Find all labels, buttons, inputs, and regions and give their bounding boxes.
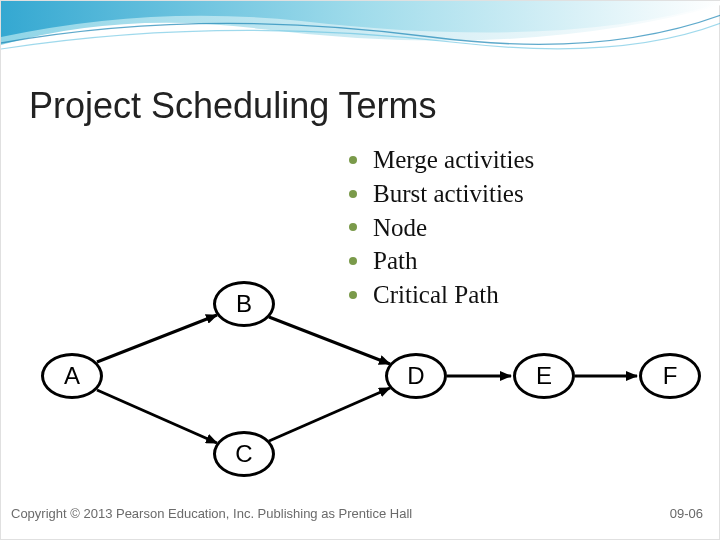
bullet-item: Path xyxy=(349,244,534,278)
node-e: E xyxy=(513,353,575,399)
bullet-item: Node xyxy=(349,211,534,245)
bullet-icon xyxy=(349,223,357,231)
node-f: F xyxy=(639,353,701,399)
bullet-icon xyxy=(349,257,357,265)
network-diagram: A B C D E F xyxy=(41,281,681,471)
slide-title: Project Scheduling Terms xyxy=(29,85,437,127)
node-label: A xyxy=(64,362,80,390)
node-a: A xyxy=(41,353,103,399)
bullet-text: Node xyxy=(373,211,427,245)
decorative-banner xyxy=(1,1,720,71)
node-label: C xyxy=(235,440,252,468)
svg-line-3 xyxy=(269,388,390,441)
bullet-icon xyxy=(349,156,357,164)
slide: Project Scheduling Terms Merge activitie… xyxy=(0,0,720,540)
bullet-text: Path xyxy=(373,244,417,278)
bullet-icon xyxy=(349,190,357,198)
node-c: C xyxy=(213,431,275,477)
node-label: F xyxy=(663,362,678,390)
bullet-item: Merge activities xyxy=(349,143,534,177)
bullet-item: Burst activities xyxy=(349,177,534,211)
node-label: E xyxy=(536,362,552,390)
svg-line-2 xyxy=(269,317,390,364)
footer-page-number: 09-06 xyxy=(670,506,703,521)
node-label: D xyxy=(407,362,424,390)
bullet-text: Merge activities xyxy=(373,143,534,177)
bullet-text: Burst activities xyxy=(373,177,524,211)
node-label: B xyxy=(236,290,252,318)
node-b: B xyxy=(213,281,275,327)
node-d: D xyxy=(385,353,447,399)
svg-line-1 xyxy=(97,390,217,443)
svg-line-0 xyxy=(97,315,217,362)
diagram-arrows xyxy=(41,281,681,481)
footer-copyright: Copyright © 2013 Pearson Education, Inc.… xyxy=(11,506,412,521)
